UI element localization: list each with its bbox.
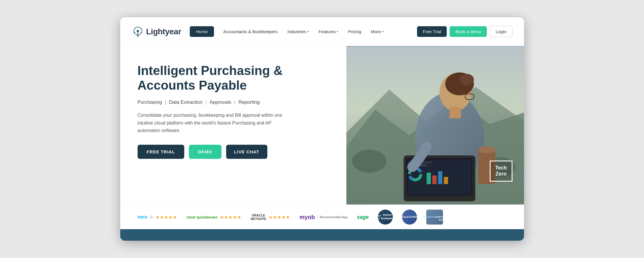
logo[interactable]: Lightyear [132,26,181,38]
subtitle-data-extraction: Data Extraction [169,99,202,105]
subtitle-purchasing: Purchasing [138,99,162,105]
nav-actions: Free Trial Book a demo Login [417,26,512,37]
hero-buttons: FREE TRIAL DEMO LIVE CHAT [138,145,335,159]
oracle-logo-item: ORACLENETSUITE ★★★★★ [251,214,290,221]
nav-links: Accountants & Bookkeepers Industries ▾ F… [219,27,417,36]
svg-point-27 [478,146,495,153]
myob-logo-item: myob Recommended App [299,214,348,221]
nav-accountants[interactable]: Accountants & Bookkeepers [219,27,281,36]
nav-more[interactable]: More ▾ [367,27,388,36]
nav-industries[interactable]: Industries ▾ [283,27,313,36]
hero-content: Intelligent Purchasing & Accounts Payabl… [120,46,346,205]
logo-text: Lightyear [146,27,181,36]
sage-logo: sage [357,214,369,220]
getapp-badge: GetAppLEADERS [402,210,417,225]
svg-point-0 [137,30,139,32]
svg-point-12 [459,74,474,85]
svg-point-2 [137,36,138,37]
capterra-badge: ▲CapterraSHORTLIST2021 [426,210,443,225]
bottom-bar [120,229,524,241]
svg-rect-13 [449,107,461,118]
quickbooks-logo-item: intuit quickbooks ★★★★★ [186,214,241,220]
logo-icon [132,26,144,38]
subtitle-approvals: Approvals [210,99,232,105]
nav-login-button[interactable]: Login [490,26,512,37]
sage-logo-item: sage [357,214,369,220]
myob-logo: myob [299,214,315,221]
myob-recommended: Recommended App [317,215,348,219]
nav-pricing[interactable]: Pricing [344,27,365,36]
sep-1: | [165,99,166,105]
hero-section: Intelligent Purchasing & Accounts Payabl… [120,46,524,205]
hero-subtitle: Purchasing | Data Extraction | Approvals… [138,99,335,105]
xero-stars: ★★★★★ [155,214,177,220]
svg-point-7 [352,150,386,172]
nav-free-trial-button[interactable]: Free Trial [417,26,447,37]
xero-logo-item: xero ⓪ ★★★★★ [138,214,177,220]
xero-logo: xero [138,214,147,220]
hero-live-chat-button[interactable]: LIVE CHAT [226,145,267,159]
sep-3: | [234,99,235,105]
sep-2: | [205,99,206,105]
xero-icon: ⓪ [150,215,153,219]
quickbooks-stars: ★★★★★ [220,214,241,220]
svg-rect-22 [438,171,442,184]
subtitle-reporting: Reporting [239,99,260,105]
oracle-stars: ★★★★★ [269,214,290,220]
logos-bar: xero ⓪ ★★★★★ intuit quickbooks ★★★★★ ORA… [120,205,524,229]
nav-features[interactable]: Features ▾ [315,27,342,36]
hero-title: Intelligent Purchasing & Accounts Payabl… [138,63,316,93]
navbar: Lightyear Home Accountants & Bookkeepers… [120,17,524,46]
chevron-down-icon: ▾ [337,30,338,33]
chevron-down-icon: ▾ [307,30,309,33]
hero-demo-button[interactable]: DEMO [189,145,221,159]
hero-description: Consolidate your purchasing, bookkeeping… [138,112,288,134]
hero-free-trial-button[interactable]: FREE TRIAL [138,145,184,159]
chevron-down-icon: ▾ [382,30,384,33]
nav-book-demo-button[interactable]: Book a demo [450,26,487,37]
software-advice-badge: SoftwareAdviceFRONTRUNNERS2022 [378,210,393,225]
svg-rect-21 [432,176,437,184]
browser-frame: Lightyear Home Accountants & Bookkeepers… [120,17,524,241]
tech-zero-badge: Tech Zero [490,161,512,182]
oracle-logo: ORACLENETSUITE [251,214,266,221]
svg-rect-23 [444,177,448,184]
nav-home-button[interactable]: Home [190,26,214,37]
svg-rect-20 [427,173,431,184]
hero-image: Tech Zero [346,46,524,205]
quickbooks-logo: intuit quickbooks [186,215,217,219]
